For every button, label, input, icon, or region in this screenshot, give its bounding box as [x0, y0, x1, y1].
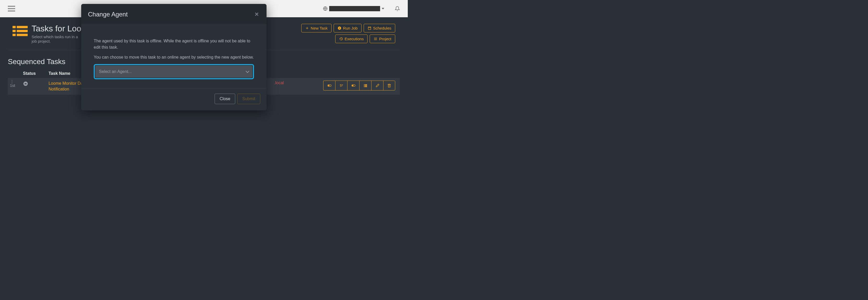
task-status-cell — [23, 81, 49, 87]
agent-select-dropdown[interactable]: Select an Agent... — [95, 66, 252, 78]
task-details-button[interactable] — [359, 81, 371, 90]
task-link-toggle-button[interactable] — [347, 81, 359, 90]
page-actions-group: New Task Run Job Schedules Executions Pr… — [275, 24, 395, 44]
schedules-label: Schedules — [373, 26, 391, 30]
notifications-bell-icon[interactable] — [395, 6, 400, 11]
plus-icon — [305, 26, 309, 30]
task-agent-suffix: .local — [274, 81, 284, 85]
new-task-label: New Task — [311, 26, 328, 30]
new-task-button[interactable]: New Task — [301, 24, 332, 32]
trash-icon — [387, 83, 391, 88]
task-edit-button[interactable] — [371, 81, 383, 90]
toggle-icon — [351, 83, 355, 88]
history-icon — [339, 37, 343, 41]
task-row-actions — [323, 81, 395, 90]
grid-list-icon — [363, 83, 368, 88]
task-order-cell[interactable]: ⋮ 1st — [8, 81, 23, 88]
page-title: Tasks for Loom — [32, 24, 88, 33]
run-job-button[interactable]: Run Job — [334, 24, 362, 32]
svg-point-5 — [352, 85, 353, 86]
modal-footer: Close Submit — [81, 88, 267, 110]
task-order-label: 1st — [10, 83, 23, 88]
column-header-status: Status — [23, 71, 49, 76]
modal-close-button[interactable]: Close — [215, 93, 235, 104]
tasks-list-icon — [12, 24, 28, 44]
page-subtitle: Select which tasks run in a job project. — [32, 34, 84, 44]
svg-point-3 — [328, 85, 329, 86]
executions-button[interactable]: Executions — [335, 34, 368, 43]
modal-title: Change Agent — [88, 11, 128, 18]
task-sort-button[interactable] — [335, 81, 347, 90]
dropdown-caret-icon — [382, 8, 384, 9]
globe-icon — [323, 6, 328, 11]
toggle-icon — [328, 83, 332, 88]
status-offline-icon — [23, 81, 28, 86]
run-job-label: Run Job — [343, 26, 358, 30]
hamburger-menu-icon[interactable] — [8, 6, 15, 11]
project-button[interactable]: Project — [370, 34, 395, 43]
agent-select-placeholder: Select an Agent... — [99, 69, 131, 75]
drag-handle-icon[interactable]: ⋮ — [10, 81, 23, 83]
calendar-icon — [368, 26, 371, 30]
agent-select-highlight: Select an Agent... — [94, 64, 254, 79]
modal-submit-button[interactable]: Submit — [237, 93, 260, 104]
play-circle-icon — [338, 26, 341, 30]
sort-icon — [339, 83, 344, 88]
schedules-button[interactable]: Schedules — [364, 24, 395, 32]
modal-body-instruction: You can choose to move this task to an o… — [94, 54, 254, 60]
tenant-dropdown[interactable] — [323, 6, 384, 11]
project-label: Project — [379, 37, 391, 41]
tenant-name-redacted — [329, 6, 380, 11]
list-icon — [374, 37, 377, 41]
edit-icon — [375, 83, 379, 88]
change-agent-modal: Change Agent × The agent used by this ta… — [81, 4, 267, 110]
modal-close-icon[interactable]: × — [255, 10, 259, 18]
modal-body: The agent used by this task is offline. … — [81, 25, 267, 88]
chevron-down-icon — [246, 69, 249, 73]
task-toggle-button[interactable] — [323, 81, 335, 90]
task-delete-button[interactable] — [383, 81, 395, 90]
modal-body-offline-message: The agent used by this task is offline. … — [94, 38, 254, 51]
executions-label: Executions — [345, 37, 364, 41]
topbar-right-group — [323, 6, 400, 11]
modal-header: Change Agent × — [81, 4, 267, 25]
